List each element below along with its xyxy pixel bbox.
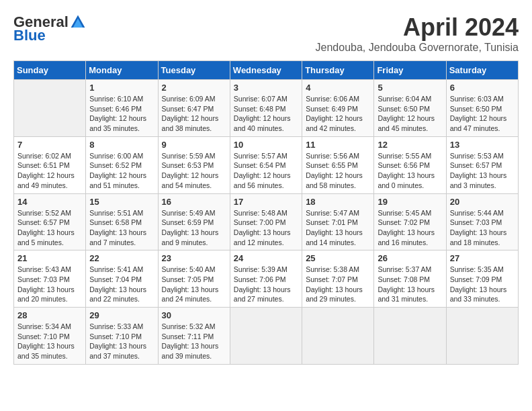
day-info: Sunrise: 5:47 AM Sunset: 7:01 PM Dayligh… — [306, 208, 370, 248]
day-info: Sunrise: 5:52 AM Sunset: 6:57 PM Dayligh… — [17, 208, 82, 248]
day-number: 17 — [234, 197, 298, 207]
day-info: Sunrise: 6:09 AM Sunset: 6:47 PM Dayligh… — [162, 94, 226, 134]
day-of-week-header: Monday — [86, 61, 158, 80]
day-number: 30 — [162, 310, 226, 320]
day-info: Sunrise: 5:33 AM Sunset: 7:10 PM Dayligh… — [89, 322, 154, 361]
day-info: Sunrise: 5:45 AM Sunset: 7:02 PM Dayligh… — [378, 208, 442, 248]
day-info: Sunrise: 6:03 AM Sunset: 6:50 PM Dayligh… — [450, 94, 515, 134]
calendar-cell: 25Sunrise: 5:38 AM Sunset: 7:07 PM Dayli… — [302, 250, 374, 308]
day-info: Sunrise: 5:43 AM Sunset: 7:03 PM Dayligh… — [17, 265, 82, 304]
day-info: Sunrise: 5:55 AM Sunset: 6:56 PM Dayligh… — [378, 151, 442, 191]
calendar-cell — [374, 308, 446, 365]
day-number: 25 — [306, 253, 370, 263]
day-number: 24 — [234, 253, 298, 263]
calendar-week-row: 7Sunrise: 6:02 AM Sunset: 6:51 PM Daylig… — [14, 136, 519, 193]
day-number: 19 — [378, 197, 442, 207]
day-info: Sunrise: 5:57 AM Sunset: 6:54 PM Dayligh… — [234, 151, 298, 191]
day-number: 18 — [306, 197, 370, 207]
calendar-cell: 30Sunrise: 5:32 AM Sunset: 7:11 PM Dayli… — [158, 308, 230, 365]
day-info: Sunrise: 6:00 AM Sunset: 6:52 PM Dayligh… — [89, 151, 154, 191]
day-number: 6 — [450, 83, 515, 93]
day-of-week-header: Tuesday — [158, 61, 230, 80]
day-info: Sunrise: 6:06 AM Sunset: 6:49 PM Dayligh… — [306, 94, 370, 134]
calendar-cell: 8Sunrise: 6:00 AM Sunset: 6:52 PM Daylig… — [86, 136, 158, 193]
day-number: 3 — [234, 83, 298, 93]
day-number: 14 — [17, 197, 82, 207]
calendar-cell: 3Sunrise: 6:07 AM Sunset: 6:48 PM Daylig… — [230, 80, 302, 137]
day-number: 16 — [162, 197, 226, 207]
calendar-cell: 28Sunrise: 5:34 AM Sunset: 7:10 PM Dayli… — [14, 308, 86, 365]
calendar-cell: 1Sunrise: 6:10 AM Sunset: 6:46 PM Daylig… — [86, 80, 158, 137]
calendar-cell: 2Sunrise: 6:09 AM Sunset: 6:47 PM Daylig… — [158, 80, 230, 137]
day-info: Sunrise: 5:37 AM Sunset: 7:08 PM Dayligh… — [378, 265, 442, 304]
page-header: General Blue April 2024 Jendouba, Jendou… — [13, 13, 519, 54]
calendar-cell: 19Sunrise: 5:45 AM Sunset: 7:02 PM Dayli… — [374, 193, 446, 250]
day-number: 27 — [450, 253, 515, 263]
calendar-cell: 17Sunrise: 5:48 AM Sunset: 7:00 PM Dayli… — [230, 193, 302, 250]
day-number: 20 — [450, 197, 515, 207]
day-number: 4 — [306, 83, 370, 93]
day-info: Sunrise: 6:10 AM Sunset: 6:46 PM Dayligh… — [89, 94, 154, 134]
day-number: 26 — [378, 253, 442, 263]
day-of-week-header: Sunday — [14, 61, 86, 80]
day-number: 13 — [450, 140, 515, 150]
calendar-cell — [14, 80, 86, 137]
day-number: 8 — [89, 140, 154, 150]
calendar-cell: 23Sunrise: 5:40 AM Sunset: 7:05 PM Dayli… — [158, 250, 230, 308]
calendar-cell: 6Sunrise: 6:03 AM Sunset: 6:50 PM Daylig… — [446, 80, 518, 137]
day-number: 29 — [89, 310, 154, 320]
day-info: Sunrise: 5:59 AM Sunset: 6:53 PM Dayligh… — [162, 151, 226, 191]
day-number: 23 — [162, 253, 226, 263]
day-number: 15 — [89, 197, 154, 207]
calendar-header-row: SundayMondayTuesdayWednesdayThursdayFrid… — [14, 61, 519, 80]
day-number: 28 — [17, 310, 82, 320]
calendar-cell: 22Sunrise: 5:41 AM Sunset: 7:04 PM Dayli… — [86, 250, 158, 308]
day-info: Sunrise: 5:41 AM Sunset: 7:04 PM Dayligh… — [89, 265, 154, 304]
day-info: Sunrise: 5:51 AM Sunset: 6:58 PM Dayligh… — [89, 208, 154, 248]
day-number: 21 — [17, 253, 82, 263]
calendar-cell: 12Sunrise: 5:55 AM Sunset: 6:56 PM Dayli… — [374, 136, 446, 193]
day-number: 2 — [162, 83, 226, 93]
calendar-cell: 27Sunrise: 5:35 AM Sunset: 7:09 PM Dayli… — [446, 250, 518, 308]
day-of-week-header: Thursday — [302, 61, 374, 80]
day-number: 1 — [89, 83, 154, 93]
day-number: 12 — [378, 140, 442, 150]
day-number: 22 — [89, 253, 154, 263]
calendar-week-row: 1Sunrise: 6:10 AM Sunset: 6:46 PM Daylig… — [14, 80, 519, 137]
calendar-cell: 21Sunrise: 5:43 AM Sunset: 7:03 PM Dayli… — [14, 250, 86, 308]
calendar-cell — [302, 308, 374, 365]
day-number: 10 — [234, 140, 298, 150]
location-subtitle: Jendouba, Jendouba Governorate, Tunisia — [316, 42, 519, 54]
day-number: 7 — [17, 140, 82, 150]
calendar-cell: 13Sunrise: 5:53 AM Sunset: 6:57 PM Dayli… — [446, 136, 518, 193]
day-info: Sunrise: 5:53 AM Sunset: 6:57 PM Dayligh… — [450, 151, 515, 191]
calendar-cell: 14Sunrise: 5:52 AM Sunset: 6:57 PM Dayli… — [14, 193, 86, 250]
day-number: 5 — [378, 83, 442, 93]
day-number: 11 — [306, 140, 370, 150]
title-area: April 2024 Jendouba, Jendouba Governorat… — [316, 13, 519, 54]
day-info: Sunrise: 5:39 AM Sunset: 7:06 PM Dayligh… — [234, 265, 298, 304]
calendar-cell: 11Sunrise: 5:56 AM Sunset: 6:55 PM Dayli… — [302, 136, 374, 193]
day-info: Sunrise: 5:35 AM Sunset: 7:09 PM Dayligh… — [450, 265, 515, 304]
day-info: Sunrise: 5:44 AM Sunset: 7:03 PM Dayligh… — [450, 208, 515, 248]
day-of-week-header: Wednesday — [230, 61, 302, 80]
calendar-week-row: 21Sunrise: 5:43 AM Sunset: 7:03 PM Dayli… — [14, 250, 519, 308]
calendar-cell: 7Sunrise: 6:02 AM Sunset: 6:51 PM Daylig… — [14, 136, 86, 193]
day-number: 9 — [162, 140, 226, 150]
day-info: Sunrise: 6:07 AM Sunset: 6:48 PM Dayligh… — [234, 94, 298, 134]
calendar-cell: 26Sunrise: 5:37 AM Sunset: 7:08 PM Dayli… — [374, 250, 446, 308]
day-info: Sunrise: 6:02 AM Sunset: 6:51 PM Dayligh… — [17, 151, 82, 191]
day-of-week-header: Friday — [374, 61, 446, 80]
calendar-cell: 15Sunrise: 5:51 AM Sunset: 6:58 PM Dayli… — [86, 193, 158, 250]
day-info: Sunrise: 5:40 AM Sunset: 7:05 PM Dayligh… — [162, 265, 226, 304]
day-info: Sunrise: 6:04 AM Sunset: 6:50 PM Dayligh… — [378, 94, 442, 134]
logo-icon — [70, 14, 86, 30]
calendar-cell: 16Sunrise: 5:49 AM Sunset: 6:59 PM Dayli… — [158, 193, 230, 250]
calendar-cell — [230, 308, 302, 365]
calendar-cell: 29Sunrise: 5:33 AM Sunset: 7:10 PM Dayli… — [86, 308, 158, 365]
calendar-cell: 5Sunrise: 6:04 AM Sunset: 6:50 PM Daylig… — [374, 80, 446, 137]
logo-blue-text: Blue — [13, 27, 46, 44]
calendar-cell: 10Sunrise: 5:57 AM Sunset: 6:54 PM Dayli… — [230, 136, 302, 193]
day-info: Sunrise: 5:49 AM Sunset: 6:59 PM Dayligh… — [162, 208, 226, 248]
day-info: Sunrise: 5:38 AM Sunset: 7:07 PM Dayligh… — [306, 265, 370, 304]
